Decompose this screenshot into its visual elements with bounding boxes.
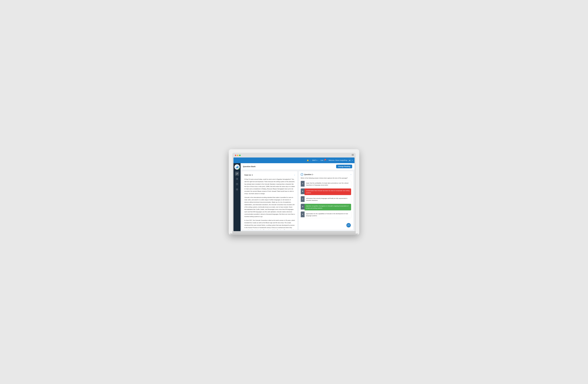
welcome-text: Welcome, Simon AnalystPrep: [329, 159, 347, 161]
question-text: Which of the following answer choices be…: [301, 177, 351, 179]
sidebar-item-brain[interactable]: [235, 172, 239, 176]
cart-button[interactable]: Cart 🛒 3: [320, 159, 325, 161]
laptop-base: [230, 233, 358, 235]
sidebar-item-help[interactable]: ?: [235, 182, 239, 186]
menu-icon[interactable]: [352, 154, 354, 156]
close-button[interactable]: [235, 155, 236, 156]
top-header: 🔔 | GMAT ▾ | Cart 🛒 3 |: [233, 158, 355, 163]
sidebar-item-awards[interactable]: [235, 187, 239, 191]
panels-container: Case no: 1 › If King Tut were around tod…: [241, 170, 355, 231]
notification-icon[interactable]: 🔔: [307, 159, 309, 161]
svg-text:?: ?: [237, 183, 237, 185]
passage-paragraph-3: In June 2017, the Unicode Consortium rol…: [244, 219, 295, 230]
question-panel[interactable]: ? Question 1 - › Which of the following …: [299, 171, 353, 230]
choice-label-e: E: [301, 212, 305, 217]
choice-label-c: C: [301, 196, 305, 202]
traffic-lights: [233, 154, 242, 157]
chat-button[interactable]: [346, 223, 351, 227]
question-next-arrow[interactable]: ›: [351, 174, 351, 175]
svg-rect-3: [237, 167, 237, 168]
page-title: Question Bank: [243, 165, 255, 167]
choice-text-d: objective recognition of progress in Uni…: [305, 204, 351, 210]
passage-paragraph-2: Unicode is the international encoding st…: [244, 196, 295, 218]
answer-choice-b[interactable]: B consternation that Unicode has been to…: [301, 188, 351, 195]
reading-passage-panel[interactable]: Case no: 1 › If King Tut were around tod…: [242, 171, 297, 230]
choice-text-a: anger that the profitability of emojis t…: [305, 181, 351, 187]
user-menu[interactable]: Welcome, Simon AnalystPrep AP ▾: [329, 159, 353, 162]
svg-rect-2: [236, 167, 236, 168]
case-next-arrow[interactable]: ›: [294, 174, 295, 177]
online-status-badge: [238, 168, 239, 169]
question-header: ? Question 1 - ›: [301, 173, 351, 176]
question-icon: ?: [301, 173, 303, 176]
answer-choice-c[interactable]: C enthusiasm that minority languages wil…: [301, 196, 351, 203]
sidebar-item-video[interactable]: [235, 177, 239, 181]
header-right: 🔔 | GMAT ▾ | Cart 🛒 3 |: [307, 159, 353, 162]
gmat-dropdown[interactable]: GMAT ▾: [312, 159, 317, 161]
svg-rect-4: [238, 166, 238, 168]
choice-label-d: D: [301, 204, 305, 209]
choice-label-b: B: [301, 188, 305, 194]
svg-marker-8: [237, 178, 238, 179]
answer-choice-a[interactable]: A anger that the profitability of emojis…: [301, 181, 351, 187]
case-header: Case no: 1 ›: [244, 174, 295, 177]
question-title: Question 1 -: [304, 174, 314, 175]
case-title: Case no: 1: [244, 174, 253, 177]
sidebar: ?: [233, 163, 241, 231]
choice-label-a: A: [301, 181, 305, 187]
maximize-button[interactable]: [239, 155, 241, 156]
minimize-button[interactable]: [237, 155, 238, 156]
choice-text-e: appreciation for the capabilities of Uni…: [305, 212, 351, 218]
user-dropdown-icon[interactable]: ▾: [352, 160, 353, 161]
laptop-bottom-bar: [232, 231, 356, 233]
choice-text-c: enthusiasm that minority languages will …: [305, 196, 351, 203]
answer-choice-e[interactable]: E appreciation for the capabilities of U…: [301, 211, 351, 218]
choice-text-b: consternation that Unicode has been too …: [305, 188, 351, 195]
cart-count: 3: [324, 159, 326, 160]
main-layout: ? Question Bank: [233, 163, 355, 231]
page-header: Question Bank Change Reading: [241, 163, 355, 170]
passage-paragraph-1: If King Tut were around today, could he …: [244, 178, 295, 195]
user-avatar: AP: [348, 159, 351, 162]
content-area: Question Bank Change Reading Case no: 1 …: [241, 163, 355, 231]
svg-text:AP: AP: [349, 160, 351, 161]
sidebar-logo[interactable]: [234, 164, 240, 170]
change-reading-button[interactable]: Change Reading: [336, 165, 352, 168]
answer-choice-d[interactable]: D objective recognition of progress in U…: [301, 204, 351, 210]
